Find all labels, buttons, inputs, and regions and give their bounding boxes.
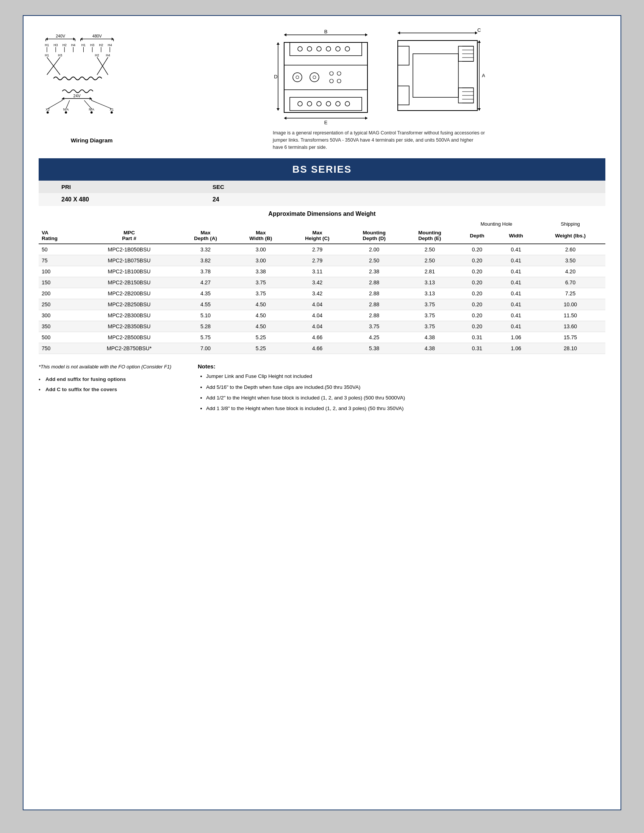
- right-bullet-item: Add 1/2" to the Height when fuse block i…: [206, 394, 605, 402]
- col-mount-e: MountingDepth (E): [402, 228, 457, 244]
- svg-rect-66: [284, 42, 367, 113]
- col-height: MaxHeight (C): [288, 228, 347, 244]
- mounting-hole-header: Mounting Hole: [457, 219, 536, 228]
- svg-rect-103: [413, 54, 458, 97]
- cell-a: 3.82: [178, 255, 233, 266]
- cell-e: 2.50: [402, 255, 457, 266]
- cell-va: 500: [39, 332, 80, 343]
- cell-weight: 15.75: [535, 332, 605, 343]
- svg-marker-91: [398, 31, 400, 34]
- svg-point-76: [296, 76, 299, 79]
- top-section: 240V 480V H1 H3 H2 H4 H1 H3 H2 H4: [39, 27, 605, 151]
- cell-a: 3.78: [178, 266, 233, 277]
- notes-title: Notes:: [198, 363, 605, 370]
- svg-text:H3: H3: [58, 53, 62, 57]
- cell-c: 4.04: [288, 299, 347, 310]
- svg-point-86: [317, 101, 321, 106]
- cell-mhw: 0.41: [497, 255, 535, 266]
- cell-e: 3.75: [402, 321, 457, 332]
- shipping-header: Shipping: [535, 219, 605, 228]
- cell-mhd: 0.20: [457, 299, 497, 310]
- cell-va: 50: [39, 244, 80, 255]
- svg-point-68: [298, 47, 302, 51]
- right-bullet-item: Add 5/16" to the Depth when fuse clips a…: [206, 384, 605, 391]
- cell-mhd: 0.20: [457, 288, 497, 299]
- cell-weight: 10.00: [535, 299, 605, 310]
- cell-c: 4.66: [288, 343, 347, 354]
- cell-mhw: 0.41: [497, 321, 535, 332]
- cell-b: 3.75: [233, 277, 288, 288]
- left-notes: *This model is not available with the FO…: [39, 363, 183, 396]
- svg-marker-55: [284, 33, 287, 36]
- cell-mpc: MPC2-2B150BSU: [80, 277, 178, 288]
- left-bullets-list: Add end suffix for fusing optionsAdd C t…: [39, 376, 183, 393]
- cell-c: 4.04: [288, 321, 347, 332]
- col-mount-d: MountingDepth (D): [346, 228, 402, 244]
- svg-point-72: [336, 47, 340, 51]
- right-notes: Notes: Jumper Link and Fuse Clip Height …: [198, 363, 605, 415]
- cell-mpc: MPC2-1B050BSU: [80, 244, 178, 255]
- wiring-diagram-svg: 240V 480V H1 H3 H2 H4 H1 H3 H2 H4: [39, 27, 137, 133]
- cell-c: 3.42: [288, 277, 347, 288]
- svg-text:A: A: [482, 73, 485, 78]
- svg-text:H4: H4: [108, 43, 112, 47]
- cell-va: 350: [39, 321, 80, 332]
- cell-b: 5.25: [233, 332, 288, 343]
- svg-text:H1: H1: [45, 53, 49, 57]
- pri-sec-values-row: 240 X 480 24: [39, 193, 605, 206]
- svg-marker-63: [284, 117, 287, 120]
- sec-value: 24: [182, 193, 305, 206]
- svg-rect-98: [398, 40, 477, 111]
- cell-mpc: MPC2-1B075BSU: [80, 255, 178, 266]
- cell-mhd: 0.20: [457, 310, 497, 321]
- cell-a: 7.00: [178, 343, 233, 354]
- svg-point-47: [90, 111, 93, 114]
- cell-weight: 28.10: [535, 343, 605, 354]
- cell-weight: 13.60: [535, 321, 605, 332]
- pri-label: PRI: [39, 181, 182, 193]
- col-width: MaxWidth (B): [233, 228, 288, 244]
- cell-b: 5.25: [233, 343, 288, 354]
- cell-mhw: 1.06: [497, 332, 535, 343]
- cell-mhw: 0.41: [497, 310, 535, 321]
- cell-c: 2.79: [288, 244, 347, 255]
- cell-mpc: MPC2-2B500BSU: [80, 332, 178, 343]
- wiring-area: 240V 480V H1 H3 H2 H4 H1 H3 H2 H4: [39, 27, 145, 143]
- cell-d: 2.88: [346, 277, 402, 288]
- svg-point-84: [298, 101, 302, 106]
- col-mh-width: Width: [497, 228, 535, 244]
- cell-weight: 11.50: [535, 310, 605, 321]
- svg-text:480V: 480V: [92, 34, 102, 38]
- sec-label: SEC: [182, 181, 305, 193]
- cell-va: 75: [39, 255, 80, 266]
- svg-point-89: [345, 101, 349, 106]
- svg-point-43: [47, 111, 49, 114]
- svg-point-81: [330, 79, 333, 83]
- svg-text:H3: H3: [90, 43, 94, 47]
- cell-b: 4.50: [233, 299, 288, 310]
- svg-point-49: [111, 111, 113, 114]
- svg-text:H3: H3: [53, 43, 58, 47]
- cell-b: 3.00: [233, 255, 288, 266]
- svg-text:H2: H2: [63, 43, 67, 47]
- svg-text:D: D: [274, 74, 277, 79]
- table-row: 50 MPC2-1B050BSU 3.32 3.00 2.79 2.00 2.5…: [39, 244, 605, 255]
- cell-a: 3.32: [178, 244, 233, 255]
- cell-mhw: 0.41: [497, 244, 535, 255]
- svg-point-78: [313, 76, 316, 79]
- right-bullet-item: Jumper Link and Fuse Clip Height not inc…: [206, 373, 605, 380]
- transformer-note: Image is a general representation of a t…: [273, 130, 485, 151]
- svg-marker-95: [478, 40, 481, 43]
- svg-point-88: [336, 101, 340, 106]
- cell-a: 4.27: [178, 277, 233, 288]
- dim-heading: Approximate Dimensions and Weight: [39, 206, 605, 219]
- col-mh-depth: Depth: [457, 228, 497, 244]
- svg-line-53: [92, 100, 112, 109]
- model-note: *This model is not available with the FO…: [39, 363, 183, 371]
- svg-point-77: [310, 73, 319, 82]
- cell-mhd: 0.20: [457, 244, 497, 255]
- table-row: 250 MPC2-2B250BSU 4.55 4.50 4.04 2.88 3.…: [39, 299, 605, 310]
- cell-mhd: 0.31: [457, 332, 497, 343]
- cell-e: 3.13: [402, 277, 457, 288]
- cell-mhw: 0.41: [497, 299, 535, 310]
